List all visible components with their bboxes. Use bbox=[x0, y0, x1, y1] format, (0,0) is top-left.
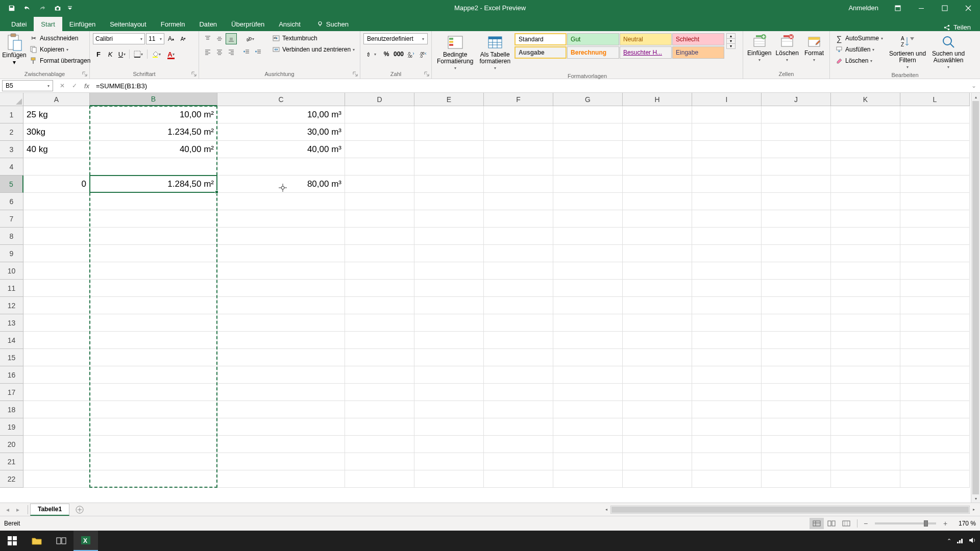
cell-A5[interactable]: 0 bbox=[23, 176, 90, 193]
bold-button[interactable]: F bbox=[93, 48, 104, 60]
row-header-22[interactable]: 22 bbox=[0, 470, 23, 488]
cell-B2[interactable]: 1.234,50 m² bbox=[90, 123, 217, 141]
style-down-icon[interactable]: ▾ bbox=[727, 39, 735, 44]
column-header-B[interactable]: B bbox=[90, 93, 217, 106]
increase-indent-icon[interactable] bbox=[253, 46, 264, 58]
ribbon-display-icon[interactable] bbox=[886, 0, 910, 16]
hscroll-right-icon[interactable]: ▸ bbox=[970, 506, 978, 513]
row-header-12[interactable]: 12 bbox=[0, 297, 23, 314]
clipboard-launcher-icon[interactable] bbox=[81, 70, 88, 78]
row-header-11[interactable]: 11 bbox=[0, 280, 23, 297]
decrease-decimal-icon[interactable]: ,00,0 bbox=[418, 48, 429, 60]
font-name-dropdown[interactable]: Calibri▾ bbox=[93, 33, 145, 44]
percent-button[interactable]: % bbox=[381, 48, 392, 60]
style-up-icon[interactable]: ▴ bbox=[727, 34, 735, 39]
spreadsheet-grid[interactable]: ABCDEFGHIJKL 123456789101112131415161718… bbox=[0, 93, 980, 503]
normal-view-icon[interactable] bbox=[810, 518, 824, 529]
save-icon[interactable] bbox=[4, 1, 19, 15]
hscroll-left-icon[interactable]: ◂ bbox=[602, 506, 610, 513]
close-icon[interactable] bbox=[957, 0, 980, 16]
style-gut[interactable]: Gut bbox=[567, 33, 619, 45]
delete-cells-button[interactable]: Löschen▾ bbox=[774, 33, 800, 63]
zoom-out-button[interactable]: − bbox=[861, 519, 870, 528]
align-center-icon[interactable] bbox=[214, 46, 225, 58]
row-header-18[interactable]: 18 bbox=[0, 401, 23, 418]
decrease-font-icon[interactable]: A▾ bbox=[178, 33, 189, 44]
style-more-icon[interactable]: ▾ bbox=[727, 44, 735, 48]
formula-input[interactable]: =SUMME(B1:B3) bbox=[93, 80, 968, 91]
cell-C2[interactable]: 30,00 m³ bbox=[217, 123, 345, 141]
zoom-slider[interactable] bbox=[875, 522, 936, 524]
orientation-button[interactable]: ab▾ bbox=[241, 33, 258, 44]
font-launcher-icon[interactable] bbox=[190, 70, 198, 78]
column-header-L[interactable]: L bbox=[900, 93, 970, 106]
horizontal-scrollbar[interactable] bbox=[610, 506, 970, 514]
redo-icon[interactable] bbox=[35, 1, 50, 15]
column-header-J[interactable]: J bbox=[762, 93, 831, 106]
sort-filter-button[interactable]: AZSortieren und Filtern▾ bbox=[887, 33, 928, 70]
file-explorer-button[interactable] bbox=[24, 531, 49, 551]
row-header-20[interactable]: 20 bbox=[0, 436, 23, 453]
decrease-indent-icon[interactable] bbox=[241, 46, 252, 58]
format-table-button[interactable]: Als Tabelle formatieren▾ bbox=[477, 33, 512, 71]
conditional-format-button[interactable]: Bedingte Formatierung▾ bbox=[435, 33, 475, 71]
number-launcher-icon[interactable] bbox=[423, 70, 430, 78]
add-sheet-button[interactable] bbox=[74, 504, 86, 516]
fill-color-button[interactable]: ▾ bbox=[149, 48, 163, 60]
camera-icon[interactable] bbox=[50, 1, 65, 15]
cell-B5[interactable]: 1.284,50 m² bbox=[90, 176, 217, 193]
increase-decimal-icon[interactable]: ,0,00 bbox=[405, 48, 416, 60]
cell-A1[interactable]: 25 kg bbox=[23, 106, 90, 123]
tray-volume-icon[interactable] bbox=[969, 537, 976, 545]
alignment-launcher-icon[interactable] bbox=[352, 70, 359, 78]
row-header-7[interactable]: 7 bbox=[0, 210, 23, 228]
row-header-8[interactable]: 8 bbox=[0, 228, 23, 245]
row-header-2[interactable]: 2 bbox=[0, 123, 23, 141]
share-button[interactable]: Teilen bbox=[941, 23, 973, 31]
column-header-D[interactable]: D bbox=[345, 93, 414, 106]
cancel-formula-icon[interactable]: ✕ bbox=[56, 80, 68, 91]
find-select-button[interactable]: Suchen und Auswählen▾ bbox=[930, 33, 967, 70]
row-header-16[interactable]: 16 bbox=[0, 366, 23, 384]
style-berechnung[interactable]: Berechnung bbox=[567, 46, 619, 59]
minimize-icon[interactable] bbox=[910, 0, 933, 16]
cell-C3[interactable]: 40,00 m³ bbox=[217, 141, 345, 158]
signin-link[interactable]: Anmelden bbox=[841, 0, 886, 16]
row-header-3[interactable]: 3 bbox=[0, 141, 23, 158]
tray-up-icon[interactable]: ⌃ bbox=[947, 538, 951, 544]
column-header-G[interactable]: G bbox=[553, 93, 623, 106]
tab-daten[interactable]: Daten bbox=[192, 17, 224, 31]
align-bottom-icon[interactable] bbox=[226, 33, 237, 44]
select-all-corner[interactable] bbox=[0, 93, 23, 106]
cell-C5[interactable]: 80,00 m³ bbox=[217, 176, 345, 193]
style-gallery-spinner[interactable]: ▴▾▾ bbox=[726, 33, 736, 49]
style-neutral[interactable]: Neutral bbox=[620, 33, 672, 45]
font-size-dropdown[interactable]: 11▾ bbox=[146, 33, 164, 44]
tab-formeln[interactable]: Formeln bbox=[154, 17, 192, 31]
sheet-nav-prev-icon[interactable]: ◂ bbox=[3, 505, 12, 514]
row-header-14[interactable]: 14 bbox=[0, 332, 23, 349]
format-cells-button[interactable]: Format▾ bbox=[802, 33, 826, 63]
column-header-A[interactable]: A bbox=[23, 93, 90, 106]
zoom-value[interactable]: 170 % bbox=[950, 520, 976, 527]
enter-formula-icon[interactable]: ✓ bbox=[68, 80, 81, 91]
row-header-19[interactable]: 19 bbox=[0, 418, 23, 436]
tab-ueberpruefen[interactable]: Überprüfen bbox=[224, 17, 272, 31]
tab-ansicht[interactable]: Ansicht bbox=[272, 17, 308, 31]
align-left-icon[interactable] bbox=[202, 46, 213, 58]
column-header-C[interactable]: C bbox=[217, 93, 345, 106]
column-header-H[interactable]: H bbox=[623, 93, 692, 106]
scroll-down-icon[interactable]: ▾ bbox=[971, 494, 980, 503]
increase-font-icon[interactable]: A▴ bbox=[165, 33, 177, 44]
row-header-6[interactable]: 6 bbox=[0, 193, 23, 210]
thousands-button[interactable]: 000 bbox=[393, 48, 404, 60]
expand-formulabar-icon[interactable]: ⌄ bbox=[968, 80, 980, 92]
row-header-10[interactable]: 10 bbox=[0, 262, 23, 280]
cell-A3[interactable]: 40 kg bbox=[23, 141, 90, 158]
maximize-icon[interactable] bbox=[933, 0, 957, 16]
column-header-E[interactable]: E bbox=[414, 93, 484, 106]
row-header-4[interactable]: 4 bbox=[0, 158, 23, 176]
scroll-up-icon[interactable]: ▴ bbox=[971, 93, 980, 101]
tab-datei[interactable]: Datei bbox=[4, 17, 34, 31]
copy-button[interactable]: Kopieren▾ bbox=[28, 44, 92, 55]
